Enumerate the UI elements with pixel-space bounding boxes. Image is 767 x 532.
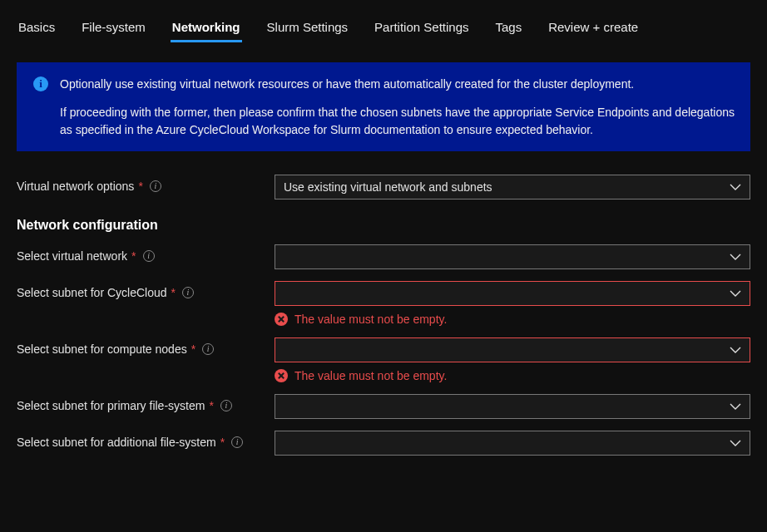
- label-subnet-cyclecloud: Select subnet for CycleCloud * i: [17, 281, 275, 299]
- tab-networking[interactable]: Networking: [171, 15, 242, 42]
- chevron-down-icon: [730, 289, 741, 298]
- chevron-down-icon: [730, 346, 741, 354]
- label-subnet-additional-fs: Select subnet for additional file-system…: [17, 431, 275, 449]
- tab-file-system[interactable]: File-system: [80, 15, 147, 42]
- help-icon[interactable]: i: [182, 287, 194, 298]
- tab-bar: Basics File-system Networking Slurm Sett…: [17, 15, 750, 42]
- required-star: *: [171, 286, 176, 299]
- error-icon: [275, 369, 288, 382]
- label-vnet-options: Virtual network options * i: [17, 175, 275, 193]
- dropdown-subnet-cyclecloud[interactable]: [275, 281, 750, 306]
- banner-text-1: Optionally use existing virtual network …: [60, 76, 737, 92]
- info-banner: i Optionally use existing virtual networ…: [17, 62, 750, 151]
- dropdown-select-vnet[interactable]: [275, 244, 750, 269]
- tab-basics[interactable]: Basics: [17, 15, 57, 42]
- help-icon[interactable]: i: [202, 343, 214, 355]
- tab-slurm-settings[interactable]: Slurm Settings: [265, 15, 350, 42]
- tab-tags[interactable]: Tags: [494, 15, 524, 42]
- error-subnet-cyclecloud: The value must not be empty.: [275, 313, 750, 326]
- required-star: *: [131, 249, 136, 263]
- label-text-subnet-cc: Select subnet for CycleCloud: [17, 286, 167, 299]
- tab-review-create[interactable]: Review + create: [547, 15, 640, 42]
- label-subnet-primary-fs: Select subnet for primary file-system * …: [17, 394, 275, 412]
- error-text-subnet-cc: The value must not be empty.: [294, 313, 447, 326]
- required-star: *: [191, 342, 195, 356]
- tab-partition-settings[interactable]: Partition Settings: [373, 15, 470, 42]
- label-select-vnet: Select virtual network * i: [17, 244, 275, 263]
- banner-text-2: If proceeding with the former, then plea…: [60, 104, 737, 138]
- label-text-vnet-options: Virtual network options: [17, 180, 134, 193]
- error-subnet-compute: The value must not be empty.: [275, 369, 750, 382]
- chevron-down-icon: [730, 439, 741, 447]
- chevron-down-icon: [730, 183, 741, 191]
- label-text-select-vnet: Select virtual network: [17, 249, 127, 263]
- help-icon[interactable]: i: [231, 436, 243, 448]
- label-text-subnet-primary-fs: Select subnet for primary file-system: [17, 399, 205, 412]
- error-icon: [275, 313, 288, 326]
- error-text-subnet-compute: The value must not be empty.: [294, 369, 447, 382]
- chevron-down-icon: [730, 402, 741, 411]
- label-text-subnet-additional-fs: Select subnet for additional file-system: [17, 436, 216, 449]
- required-star: *: [220, 436, 225, 449]
- dropdown-subnet-compute[interactable]: [275, 337, 750, 362]
- section-network-config: Network configuration: [17, 218, 750, 233]
- dropdown-subnet-primary-fs[interactable]: [275, 394, 750, 419]
- dropdown-value-vnet-options: Use existing virtual network and subnets: [284, 180, 492, 194]
- chevron-down-icon: [730, 253, 741, 261]
- dropdown-subnet-additional-fs[interactable]: [275, 431, 750, 456]
- info-icon: i: [33, 76, 48, 91]
- help-icon[interactable]: i: [143, 250, 155, 262]
- required-star: *: [209, 399, 213, 412]
- label-text-subnet-compute: Select subnet for compute nodes: [17, 342, 187, 356]
- dropdown-vnet-options[interactable]: Use existing virtual network and subnets: [275, 175, 750, 200]
- label-subnet-compute: Select subnet for compute nodes * i: [17, 337, 275, 356]
- help-icon[interactable]: i: [220, 400, 232, 411]
- help-icon[interactable]: i: [150, 180, 161, 192]
- required-star: *: [138, 180, 142, 193]
